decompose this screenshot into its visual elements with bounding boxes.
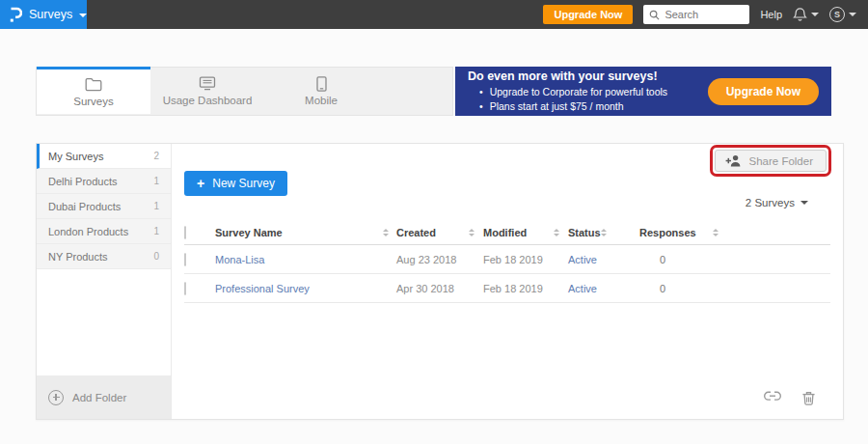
status-link[interactable]: Active <box>568 283 597 294</box>
folder-name: My Surveys <box>48 151 103 162</box>
sidebar-item-dubai-products[interactable]: Dubai Products 1 <box>37 194 171 219</box>
banner-title: Do even more with your surveys! <box>468 69 708 83</box>
table-row: Mona-Lisa Aug 23 2018 Feb 18 2019 Active… <box>184 245 830 274</box>
plus-icon: + <box>197 177 204 190</box>
mobile-icon <box>316 76 327 91</box>
sidebar-item-london-products[interactable]: London Products 1 <box>37 219 171 244</box>
share-folder-button[interactable]: Share Folder <box>715 150 827 172</box>
created-date: Aug 23 2018 <box>396 254 456 265</box>
tab-mobile[interactable]: Mobile <box>264 68 378 115</box>
surveys-panel: My Surveys 2 Delhi Products 1 Dubai Prod… <box>36 143 844 420</box>
product-switcher[interactable]: Surveys <box>0 0 87 29</box>
sidebar-item-ny-products[interactable]: NY Products 0 <box>37 244 171 269</box>
survey-name-link[interactable]: Professional Survey <box>215 283 310 294</box>
row-checkbox[interactable] <box>184 253 186 266</box>
trash-icon[interactable] <box>801 391 816 406</box>
banner-bullet: Upgrade to Corporate for powerful tools <box>468 85 708 99</box>
folder-name: Dubai Products <box>48 201 121 212</box>
annotation-highlight: Share Folder <box>710 145 831 177</box>
banner-bullet: Plans start at just $75 / month <box>468 99 708 114</box>
select-all-checkbox[interactable] <box>184 226 186 239</box>
modified-date: Feb 18 2019 <box>483 254 543 265</box>
avatar: S <box>829 7 845 22</box>
folder-count: 2 <box>153 151 159 161</box>
column-header-survey-name: Survey Name <box>215 227 283 238</box>
column-header-modified: Modified <box>483 227 527 238</box>
column-header-created: Created <box>396 227 436 238</box>
column-header-status: Status <box>568 227 601 238</box>
banner-upgrade-button[interactable]: Upgrade Now <box>708 78 819 105</box>
search-input[interactable] <box>665 9 742 20</box>
account-menu[interactable]: S <box>829 7 856 22</box>
tab-surveys[interactable]: Surveys <box>37 67 150 114</box>
folder-name: Delhi Products <box>48 176 118 187</box>
row-checkbox[interactable] <box>184 282 186 295</box>
sort-icon[interactable] <box>601 229 607 236</box>
help-link[interactable]: Help <box>760 9 782 20</box>
surveys-content: Share Folder + New Survey 2 Surveys Surv… <box>172 144 843 419</box>
sidebar-spacer <box>37 269 171 375</box>
sort-icon[interactable] <box>554 229 559 236</box>
notifications-menu[interactable] <box>793 7 819 22</box>
tab-label: Surveys <box>73 96 114 107</box>
responses-count: 0 <box>639 254 665 265</box>
folder-count: 1 <box>153 201 159 211</box>
new-survey-label: New Survey <box>212 177 275 190</box>
share-folder-label: Share Folder <box>749 155 813 167</box>
product-menu-label[interactable]: Surveys <box>29 8 72 21</box>
search-icon <box>649 10 660 20</box>
surveys-count-label: 2 Surveys <box>746 197 795 208</box>
table-header-row: Survey Name Created Modified Status Resp… <box>184 221 830 245</box>
folder-count: 0 <box>153 251 159 262</box>
add-folder-label: Add Folder <box>72 392 126 403</box>
search-box <box>643 5 749 24</box>
folder-icon <box>85 77 102 92</box>
tab-usage-dashboard[interactable]: Usage Dashboard <box>150 68 264 115</box>
chevron-down-icon <box>849 13 856 16</box>
created-date: Apr 30 2018 <box>396 283 454 294</box>
responses-count: 0 <box>639 283 665 294</box>
tab-label: Mobile <box>305 95 338 106</box>
sort-icon[interactable] <box>469 229 475 236</box>
folder-name: London Products <box>48 226 128 237</box>
modified-date: Feb 18 2019 <box>483 283 543 294</box>
folder-count: 1 <box>153 226 159 236</box>
link-icon[interactable] <box>764 391 781 406</box>
sort-icon[interactable] <box>713 229 719 236</box>
column-header-responses: Responses <box>639 227 696 238</box>
folder-count: 1 <box>153 176 159 186</box>
table-row: Professional Survey Apr 30 2018 Feb 18 2… <box>184 274 830 303</box>
chevron-down-icon <box>811 13 819 16</box>
upgrade-now-button[interactable]: Upgrade Now <box>543 5 633 24</box>
sidebar-item-delhi-products[interactable]: Delhi Products 1 <box>37 169 171 194</box>
upgrade-banner: Do even more with your surveys! Upgrade … <box>455 67 831 116</box>
plus-circle-icon <box>48 390 64 405</box>
surveys-table: Survey Name Created Modified Status Resp… <box>184 221 830 303</box>
sidebar-item-my-surveys[interactable]: My Surveys 2 <box>37 144 171 169</box>
new-survey-button[interactable]: + New Survey <box>184 171 287 196</box>
folder-tools <box>764 391 816 406</box>
bell-icon <box>793 7 807 22</box>
main-tabs: Surveys Usage Dashboard Mobile <box>36 67 453 116</box>
dashboard-icon <box>199 76 216 91</box>
surveys-count-dropdown[interactable]: 2 Surveys <box>746 197 808 208</box>
proprofs-logo-icon <box>9 7 22 23</box>
add-folder-button[interactable]: Add Folder <box>37 375 171 419</box>
chevron-down-icon <box>79 14 87 17</box>
status-link[interactable]: Active <box>568 254 597 265</box>
sort-icon[interactable] <box>383 229 389 236</box>
folders-sidebar: My Surveys 2 Delhi Products 1 Dubai Prod… <box>37 144 172 419</box>
survey-name-link[interactable]: Mona-Lisa <box>215 254 264 265</box>
share-person-icon <box>725 154 742 167</box>
folder-name: NY Products <box>48 251 108 263</box>
top-bar: Surveys Upgrade Now Help S <box>0 0 868 29</box>
tab-label: Usage Dashboard <box>163 95 253 106</box>
chevron-down-icon <box>800 201 808 205</box>
